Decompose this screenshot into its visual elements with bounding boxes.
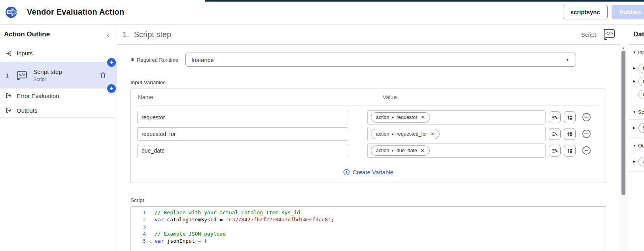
data-pill[interactable]: action▸due_date✕: [371, 145, 430, 156]
sidebar-header: Action Outline ‹: [0, 25, 117, 44]
script-scroll-icon: </>: [15, 70, 28, 81]
variable-name-input[interactable]: [137, 144, 348, 157]
scrollbar-up-arrow[interactable]: ▲: [619, 46, 628, 50]
sidebar-item-script-step[interactable]: + 1 </> Script step Script +: [0, 62, 117, 89]
pill-scope-label: action: [376, 131, 389, 137]
pill-remove-icon[interactable]: ✕: [421, 115, 425, 120]
toggle-data-pill-button[interactable]: [564, 111, 576, 123]
plus-circle-icon: [343, 169, 350, 176]
variable-value-field[interactable]: action▸requested_for✕: [367, 127, 546, 141]
input-variables-header: Name Value: [138, 89, 599, 106]
data-pill[interactable]: due_date: [638, 90, 644, 99]
data-panel-section-header[interactable]: ▼Inputs: [628, 45, 644, 60]
data-pill-row: ▶requested_for: [633, 75, 644, 88]
pill-scope-label: action: [376, 115, 389, 120]
scriptsync-button[interactable]: scriptsync: [563, 5, 608, 19]
step-heading: Script step: [134, 30, 171, 39]
pill-field-label: requested_for: [397, 131, 427, 137]
expand-triangle-icon[interactable]: ▶: [633, 126, 636, 130]
pill-arrow-icon: ▸: [392, 149, 394, 153]
data-pill-row: ▶S: [633, 121, 644, 134]
data-panel-title: Data: [628, 25, 644, 45]
pill-arrow-icon: ▸: [392, 132, 394, 136]
data-pill[interactable]: requested_for: [638, 77, 644, 86]
code-text: var catalogItemSysId = 'c3278427fb2f2210…: [155, 216, 334, 223]
delete-step-icon[interactable]: [100, 72, 106, 79]
code-line: 3: [131, 223, 606, 230]
script-code-editor[interactable]: 1// Replace with your actual Catalog Ite…: [130, 206, 606, 251]
required-runtime-label: Required Runtime: [137, 57, 178, 63]
data-pill[interactable]: S: [638, 123, 644, 133]
section-label: Inputs: [638, 49, 644, 55]
expand-triangle-icon[interactable]: ▶: [633, 160, 636, 163]
remove-variable-button[interactable]: [582, 113, 591, 122]
publish-button[interactable]: Publish: [612, 5, 644, 19]
action-outline-sidebar: Action Outline ‹ Inputs + 1 </> Script s…: [0, 25, 117, 251]
flow-designer-window: Vendor Evaluation Action scriptsync Publ…: [0, 0, 644, 251]
svg-text:</>: </>: [19, 72, 25, 76]
data-pill[interactable]: action▸requestor✕: [371, 112, 430, 123]
step-index: 1: [6, 72, 12, 79]
sidebar-item-label: Inputs: [17, 50, 33, 57]
create-variable-button[interactable]: Create Variable: [131, 161, 606, 183]
window-top-strip: [205, 0, 644, 2]
header-actions: scriptsync Publish: [563, 5, 642, 19]
expand-triangle-icon[interactable]: ▶: [633, 66, 636, 70]
sidebar-item-outputs[interactable]: Outputs: [0, 103, 117, 118]
step-detail-header: 1. Script step Script </>: [117, 25, 619, 45]
variable-value-field[interactable]: action▸requestor✕: [367, 110, 546, 125]
data-pill[interactable]: requestor: [638, 64, 644, 73]
variable-row: action▸due_date✕: [137, 142, 591, 159]
data-panel: Data ▼Inputs▶requestor▶requested_fordue_…: [628, 25, 644, 251]
create-variable-label: Create Variable: [353, 169, 393, 176]
add-step-above-button[interactable]: +: [107, 58, 116, 67]
input-variables-card: Name Value action▸requestor✕action▸reque…: [130, 89, 606, 183]
pill-scope-label: action: [376, 148, 389, 153]
sidebar-item-error-evaluation[interactable]: Error Evaluation: [0, 89, 117, 103]
collapse-triangle-icon: ▼: [633, 144, 636, 147]
chevron-down-icon: ▼: [566, 58, 569, 62]
toggle-data-pill-button[interactable]: [564, 128, 576, 140]
toggle-data-pill-button[interactable]: [564, 145, 576, 157]
pill-remove-icon[interactable]: ✕: [421, 148, 425, 153]
variable-name-input[interactable]: [137, 127, 348, 141]
fold-chevron-icon[interactable]: ⌄: [146, 238, 155, 245]
data-pill-row: ▶A: [633, 155, 644, 168]
data-pill[interactable]: A: [638, 157, 644, 166]
remove-variable-button[interactable]: [582, 146, 591, 155]
variable-value-field[interactable]: action▸due_date✕: [367, 143, 546, 158]
code-text: var jsonInput = [: [155, 238, 207, 245]
data-pill[interactable]: action▸requested_for✕: [371, 129, 440, 139]
expand-triangle-icon[interactable]: ▶: [633, 79, 636, 83]
remove-variable-button[interactable]: [582, 129, 591, 139]
script-section-label: Script: [130, 197, 606, 203]
input-variables-label: Input Variables: [130, 79, 606, 85]
pill-remove-icon[interactable]: ✕: [431, 131, 434, 137]
pill-field-label: requestor: [397, 115, 417, 120]
data-panel-section-header[interactable]: ▼Outputs: [628, 138, 644, 153]
pill-arrow-icon: ▸: [392, 115, 394, 119]
data-pill-picker-button[interactable]: [549, 128, 561, 140]
line-number: 1: [131, 209, 146, 216]
sidebar-item-inputs[interactable]: Inputs: [0, 44, 117, 62]
data-panel-section-header[interactable]: ▼Script step: [628, 104, 644, 120]
scrollbar-thumb[interactable]: [621, 51, 625, 195]
sidebar-title: Action Outline: [4, 30, 50, 38]
code-line: 2var catalogItemSysId = 'c3278427fb2f221…: [131, 216, 606, 223]
data-pill-picker-button[interactable]: [549, 145, 561, 157]
main-scrollbar[interactable]: ▲: [619, 44, 628, 251]
data-pill-picker-button[interactable]: [549, 111, 561, 123]
variable-name-input[interactable]: [137, 111, 348, 124]
required-runtime-select[interactable]: Instance ▼: [185, 53, 576, 67]
data-pill-row: ▶requestor: [633, 62, 644, 75]
step-type-label: Script: [581, 31, 596, 38]
step-subtitle: Script: [33, 77, 62, 82]
variable-row: action▸requestor✕: [137, 109, 591, 126]
variable-rows: action▸requestor✕action▸requested_for✕ac…: [131, 106, 606, 161]
step-title: Script step: [33, 68, 62, 75]
code-text: // Example JSON payload: [155, 230, 226, 238]
add-step-below-button[interactable]: +: [107, 84, 116, 93]
required-runtime-value: Instance: [191, 57, 214, 63]
collapse-sidebar-icon[interactable]: ‹: [107, 30, 110, 38]
script-scroll-icon: </>: [601, 28, 616, 41]
